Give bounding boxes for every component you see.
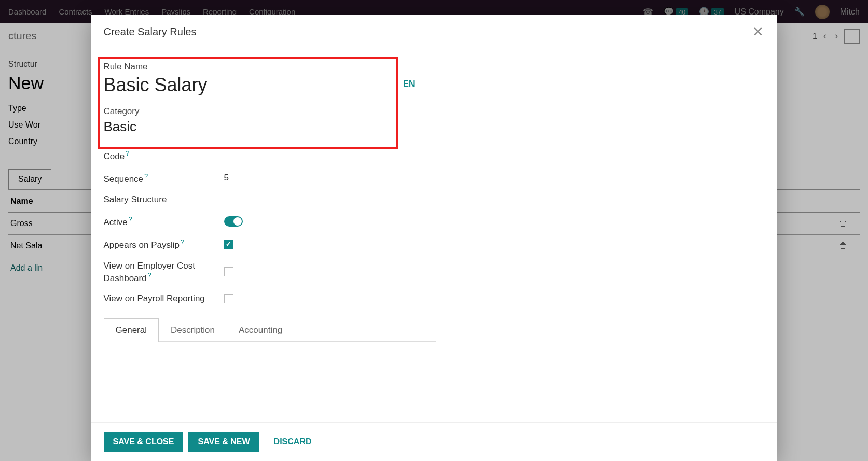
- help-icon[interactable]: ?: [126, 149, 129, 157]
- category-label: Category: [104, 106, 436, 117]
- modal-overlay: Create Salary Rules ✕ Rule Name Basic Sa…: [0, 0, 868, 461]
- tab-general[interactable]: General: [104, 318, 159, 342]
- help-icon[interactable]: ?: [181, 238, 184, 246]
- modal: Create Salary Rules ✕ Rule Name Basic Sa…: [91, 15, 777, 461]
- modal-title: Create Salary Rules: [104, 26, 197, 38]
- rule-name-input[interactable]: Basic Salary: [104, 74, 208, 96]
- payroll-reporting-label: View on Payroll Reporting: [104, 294, 220, 304]
- employer-cost-label: View on Employer Cost Dashboard?: [104, 261, 220, 284]
- sequence-label: Sequence?: [104, 172, 220, 185]
- close-icon[interactable]: ✕: [751, 24, 765, 39]
- code-label: Code?: [104, 149, 220, 162]
- lang-badge[interactable]: EN: [403, 79, 435, 89]
- rule-name-label: Rule Name: [104, 62, 436, 72]
- employer-cost-checkbox[interactable]: [224, 267, 233, 276]
- modal-footer: SAVE & CLOSE SAVE & NEW DISCARD: [91, 422, 777, 461]
- salary-structure-label: Salary Structure: [104, 194, 220, 205]
- help-icon[interactable]: ?: [129, 215, 132, 223]
- tab-description[interactable]: Description: [159, 318, 227, 342]
- active-toggle[interactable]: [224, 216, 243, 227]
- sequence-input[interactable]: 5: [224, 173, 229, 183]
- discard-button[interactable]: DISCARD: [265, 432, 321, 452]
- help-icon[interactable]: ?: [148, 271, 151, 279]
- appears-label: Appears on Payslip?: [104, 238, 220, 250]
- tabs: General Description Accounting: [104, 318, 436, 342]
- modal-body: Rule Name Basic Salary EN Category Basic…: [91, 49, 777, 422]
- tab-accounting[interactable]: Accounting: [227, 318, 294, 342]
- save-close-button[interactable]: SAVE & CLOSE: [104, 432, 184, 452]
- help-icon[interactable]: ?: [144, 172, 148, 180]
- appears-checkbox[interactable]: ✓: [224, 240, 233, 249]
- payroll-reporting-checkbox[interactable]: [224, 294, 233, 303]
- category-input[interactable]: Basic: [104, 119, 436, 135]
- modal-header: Create Salary Rules ✕: [91, 15, 777, 49]
- save-new-button[interactable]: SAVE & NEW: [188, 432, 259, 452]
- active-label: Active?: [104, 215, 220, 228]
